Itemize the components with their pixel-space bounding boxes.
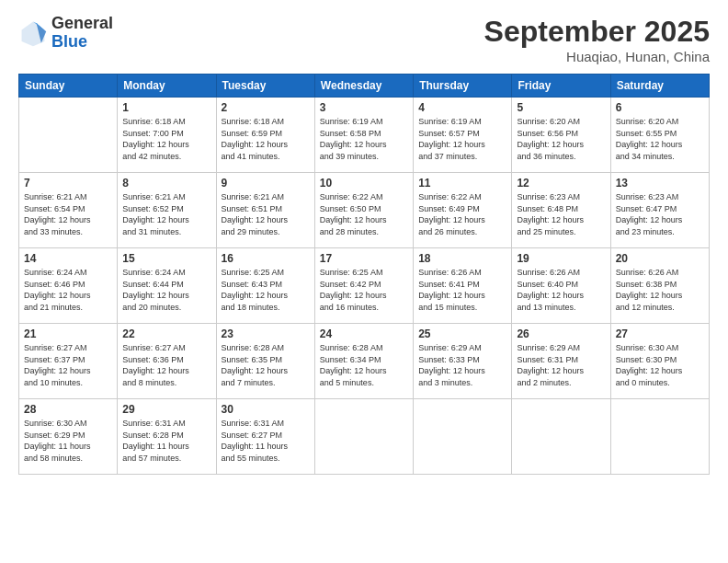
day-info: Sunrise: 6:21 AM Sunset: 6:52 PM Dayligh… <box>122 191 210 237</box>
day-number: 6 <box>616 101 704 114</box>
calendar-day-header: Wednesday <box>314 75 413 98</box>
day-number: 24 <box>320 327 408 340</box>
day-info: Sunrise: 6:24 AM Sunset: 6:46 PM Dayligh… <box>24 267 112 313</box>
calendar-week-row: 21Sunrise: 6:27 AM Sunset: 6:37 PM Dayli… <box>19 324 710 399</box>
calendar-cell: 15Sunrise: 6:24 AM Sunset: 6:44 PM Dayli… <box>118 248 216 324</box>
calendar-cell <box>414 399 512 475</box>
logo-icon <box>18 18 48 48</box>
calendar-cell: 26Sunrise: 6:29 AM Sunset: 6:31 PM Dayli… <box>512 324 610 399</box>
location: Huaqiao, Hunan, China <box>484 49 710 64</box>
logo-text: General Blue <box>51 15 113 52</box>
calendar-cell: 19Sunrise: 6:26 AM Sunset: 6:40 PM Dayli… <box>512 248 610 324</box>
day-info: Sunrise: 6:22 AM Sunset: 6:50 PM Dayligh… <box>320 191 408 237</box>
day-info: Sunrise: 6:23 AM Sunset: 6:48 PM Dayligh… <box>517 191 605 237</box>
day-info: Sunrise: 6:28 AM Sunset: 6:34 PM Dayligh… <box>320 342 408 388</box>
calendar-cell: 24Sunrise: 6:28 AM Sunset: 6:34 PM Dayli… <box>314 324 413 399</box>
day-number: 16 <box>222 252 310 265</box>
calendar-cell <box>314 399 413 475</box>
day-number: 15 <box>122 252 210 265</box>
calendar-cell: 25Sunrise: 6:29 AM Sunset: 6:33 PM Dayli… <box>414 324 512 399</box>
day-number: 22 <box>122 327 210 340</box>
calendar-cell: 22Sunrise: 6:27 AM Sunset: 6:36 PM Dayli… <box>118 324 216 399</box>
calendar-cell: 28Sunrise: 6:30 AM Sunset: 6:29 PM Dayli… <box>19 399 118 475</box>
calendar-cell: 3Sunrise: 6:19 AM Sunset: 6:58 PM Daylig… <box>314 98 413 173</box>
day-info: Sunrise: 6:30 AM Sunset: 6:30 PM Dayligh… <box>616 342 704 388</box>
day-number: 29 <box>122 403 210 416</box>
calendar-cell: 10Sunrise: 6:22 AM Sunset: 6:50 PM Dayli… <box>314 173 413 248</box>
calendar-day-header: Tuesday <box>216 75 314 98</box>
day-number: 19 <box>517 252 605 265</box>
day-number: 18 <box>418 252 506 265</box>
calendar-week-row: 28Sunrise: 6:30 AM Sunset: 6:29 PM Dayli… <box>19 399 710 475</box>
day-info: Sunrise: 6:26 AM Sunset: 6:38 PM Dayligh… <box>616 267 704 313</box>
day-number: 14 <box>24 252 112 265</box>
day-info: Sunrise: 6:20 AM Sunset: 6:55 PM Dayligh… <box>616 116 704 162</box>
day-number: 4 <box>418 101 506 114</box>
day-number: 12 <box>517 177 605 190</box>
calendar-cell: 8Sunrise: 6:21 AM Sunset: 6:52 PM Daylig… <box>118 173 216 248</box>
day-info: Sunrise: 6:18 AM Sunset: 6:59 PM Dayligh… <box>222 116 310 162</box>
day-info: Sunrise: 6:31 AM Sunset: 6:27 PM Dayligh… <box>222 418 310 464</box>
day-number: 10 <box>320 177 408 190</box>
day-info: Sunrise: 6:27 AM Sunset: 6:37 PM Dayligh… <box>24 342 112 388</box>
day-number: 17 <box>320 252 408 265</box>
calendar-cell: 5Sunrise: 6:20 AM Sunset: 6:56 PM Daylig… <box>512 98 610 173</box>
day-number: 25 <box>418 327 506 340</box>
calendar-cell: 6Sunrise: 6:20 AM Sunset: 6:55 PM Daylig… <box>610 98 709 173</box>
day-number: 13 <box>616 177 704 190</box>
day-info: Sunrise: 6:29 AM Sunset: 6:33 PM Dayligh… <box>418 342 506 388</box>
calendar-cell: 13Sunrise: 6:23 AM Sunset: 6:47 PM Dayli… <box>610 173 709 248</box>
calendar-cell: 20Sunrise: 6:26 AM Sunset: 6:38 PM Dayli… <box>610 248 709 324</box>
day-number: 7 <box>24 177 112 190</box>
day-number: 27 <box>616 327 704 340</box>
calendar-cell: 30Sunrise: 6:31 AM Sunset: 6:27 PM Dayli… <box>216 399 314 475</box>
day-info: Sunrise: 6:31 AM Sunset: 6:28 PM Dayligh… <box>122 418 210 464</box>
day-number: 30 <box>222 403 310 416</box>
day-info: Sunrise: 6:27 AM Sunset: 6:36 PM Dayligh… <box>122 342 210 388</box>
day-info: Sunrise: 6:28 AM Sunset: 6:35 PM Dayligh… <box>222 342 310 388</box>
calendar-week-row: 14Sunrise: 6:24 AM Sunset: 6:46 PM Dayli… <box>19 248 710 324</box>
day-info: Sunrise: 6:26 AM Sunset: 6:41 PM Dayligh… <box>418 267 506 313</box>
day-number: 9 <box>222 177 310 190</box>
calendar-day-header: Thursday <box>414 75 512 98</box>
calendar-day-header: Saturday <box>610 75 709 98</box>
calendar-table: SundayMondayTuesdayWednesdayThursdayFrid… <box>18 74 710 475</box>
day-info: Sunrise: 6:25 AM Sunset: 6:42 PM Dayligh… <box>320 267 408 313</box>
calendar-cell: 11Sunrise: 6:22 AM Sunset: 6:49 PM Dayli… <box>414 173 512 248</box>
day-info: Sunrise: 6:23 AM Sunset: 6:47 PM Dayligh… <box>616 191 704 237</box>
day-number: 26 <box>517 327 605 340</box>
calendar-week-row: 7Sunrise: 6:21 AM Sunset: 6:54 PM Daylig… <box>19 173 710 248</box>
calendar-day-header: Sunday <box>19 75 118 98</box>
day-info: Sunrise: 6:29 AM Sunset: 6:31 PM Dayligh… <box>517 342 605 388</box>
calendar-cell: 18Sunrise: 6:26 AM Sunset: 6:41 PM Dayli… <box>414 248 512 324</box>
day-number: 1 <box>122 101 210 114</box>
day-info: Sunrise: 6:19 AM Sunset: 6:57 PM Dayligh… <box>418 116 506 162</box>
day-info: Sunrise: 6:24 AM Sunset: 6:44 PM Dayligh… <box>122 267 210 313</box>
calendar-cell: 16Sunrise: 6:25 AM Sunset: 6:43 PM Dayli… <box>216 248 314 324</box>
day-info: Sunrise: 6:19 AM Sunset: 6:58 PM Dayligh… <box>320 116 408 162</box>
calendar-cell: 21Sunrise: 6:27 AM Sunset: 6:37 PM Dayli… <box>19 324 118 399</box>
calendar-cell: 7Sunrise: 6:21 AM Sunset: 6:54 PM Daylig… <box>19 173 118 248</box>
title-block: September 2025 Huaqiao, Hunan, China <box>484 15 710 64</box>
calendar-day-header: Friday <box>512 75 610 98</box>
page: General Blue September 2025 Huaqiao, Hun… <box>0 0 728 563</box>
calendar-cell <box>610 399 709 475</box>
day-info: Sunrise: 6:21 AM Sunset: 6:54 PM Dayligh… <box>24 191 112 237</box>
day-number: 28 <box>24 403 112 416</box>
calendar-cell <box>19 98 118 173</box>
day-number: 2 <box>222 101 310 114</box>
calendar-week-row: 1Sunrise: 6:18 AM Sunset: 7:00 PM Daylig… <box>19 98 710 173</box>
calendar-cell: 2Sunrise: 6:18 AM Sunset: 6:59 PM Daylig… <box>216 98 314 173</box>
calendar-cell: 4Sunrise: 6:19 AM Sunset: 6:57 PM Daylig… <box>414 98 512 173</box>
day-number: 3 <box>320 101 408 114</box>
calendar-cell: 23Sunrise: 6:28 AM Sunset: 6:35 PM Dayli… <box>216 324 314 399</box>
calendar-cell: 12Sunrise: 6:23 AM Sunset: 6:48 PM Dayli… <box>512 173 610 248</box>
day-number: 11 <box>418 177 506 190</box>
month-title: September 2025 <box>484 15 710 49</box>
day-number: 23 <box>222 327 310 340</box>
day-number: 8 <box>122 177 210 190</box>
day-info: Sunrise: 6:26 AM Sunset: 6:40 PM Dayligh… <box>517 267 605 313</box>
calendar-cell: 14Sunrise: 6:24 AM Sunset: 6:46 PM Dayli… <box>19 248 118 324</box>
header: General Blue September 2025 Huaqiao, Hun… <box>18 15 710 64</box>
calendar-day-header: Monday <box>118 75 216 98</box>
